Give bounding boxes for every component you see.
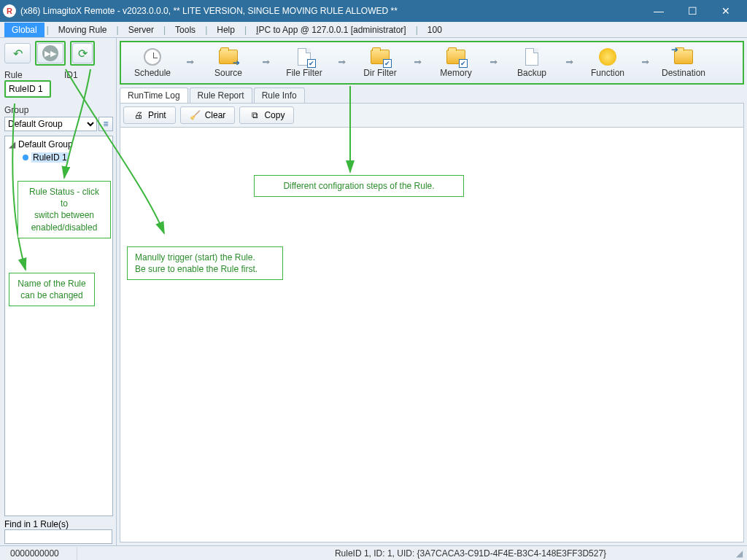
chevron-right-icon: ⮕ (484, 58, 503, 68)
step-function-label: Function (591, 68, 624, 78)
tree-root-node[interactable]: ◢ Default Group (7, 138, 111, 151)
refresh-icon: ⟳ (78, 47, 88, 61)
step-schedule[interactable]: Schedule (124, 44, 181, 82)
chevron-right-icon: ⮕ (636, 58, 655, 68)
step-dir-filter[interactable]: ✔ Dir Filter (352, 44, 409, 82)
chevron-right-icon: ⮕ (409, 58, 427, 68)
find-input[interactable] (4, 529, 112, 544)
resize-grip-icon[interactable]: ◢ (732, 548, 743, 559)
clear-label: Clear (205, 110, 226, 120)
step-function[interactable]: Function (579, 44, 636, 82)
check-icon: ✔ (307, 59, 316, 68)
annotation-status: Rule Status - click toswitch betweenenab… (18, 181, 111, 238)
print-button[interactable]: 🖨 Print (123, 106, 176, 124)
group-edit-button[interactable]: ≡ (98, 117, 113, 131)
status-counter: 0000000000 (4, 547, 77, 560)
step-destination[interactable]: ➔ Destination (655, 44, 712, 82)
step-backup-label: Backup (517, 68, 546, 78)
step-memory[interactable]: ✔ Memory (427, 44, 484, 82)
group-select[interactable]: Default Group (4, 117, 97, 131)
undo-arrow-icon: ↶ (13, 47, 23, 61)
menu-ipc-info[interactable]: IPC to App @ 127.0.0.1 [administrator] (249, 23, 414, 36)
minimize-button[interactable]: ― (642, 0, 676, 22)
menu-bar: Global | Moving Rule | Server | Tools | … (0, 22, 747, 38)
app-icon: R (3, 4, 16, 18)
check-icon: ✔ (459, 59, 468, 68)
copy-button[interactable]: ⧉ Copy (239, 106, 294, 124)
rule-id-label: ID1 (64, 70, 78, 80)
menu-help[interactable]: Help (209, 23, 242, 37)
copy-icon: ⧉ (249, 109, 260, 121)
tree-child-label: RuleID 1 (31, 152, 69, 163)
right-pane: Schedule ⮕ ➔ Source ⮕ ✔ File Filter ⮕ ✔ … (117, 38, 747, 545)
clear-icon: 🧹 (190, 109, 201, 121)
chevron-right-icon: ⮕ (181, 58, 200, 68)
status-spacer1 (77, 547, 209, 560)
step-memory-label: Memory (440, 68, 471, 78)
printer-icon: 🖨 (133, 109, 144, 121)
chevron-right-icon: ⮕ (560, 58, 579, 68)
chevron-right-icon: ⮕ (333, 58, 352, 68)
step-backup[interactable]: Backup (503, 44, 560, 82)
title-bar: R (x86) LimagitoX Remote - v2023.0.0.0, … (0, 0, 747, 22)
step-schedule-label: Schedule (134, 68, 171, 78)
check-icon: ✔ (383, 59, 392, 68)
menu-tools[interactable]: Tools (168, 23, 203, 37)
clock-icon (144, 48, 161, 66)
status-bar: 0000000000 RuleID 1, ID: 1, UID: {3A7CAC… (0, 545, 747, 560)
clear-button[interactable]: 🧹 Clear (180, 106, 236, 124)
log-toolbar: 🖨 Print 🧹 Clear ⧉ Copy (120, 103, 744, 128)
tab-rule-info[interactable]: Rule Info (254, 88, 305, 103)
step-dir-filter-label: Dir Filter (363, 68, 396, 78)
step-file-filter[interactable]: ✔ File Filter (276, 44, 333, 82)
tab-runtime-log[interactable]: RunTime Log (120, 88, 188, 103)
menu-global[interactable]: Global (4, 23, 44, 37)
tab-rule-report[interactable]: Rule Report (190, 88, 252, 103)
maximize-button[interactable]: ☐ (676, 0, 709, 22)
tree-root-label: Default Group (18, 139, 73, 149)
annotation-name: Name of the Rulecan be changed (9, 273, 95, 306)
step-source-label: Source (214, 68, 242, 78)
print-label: Print (148, 110, 166, 120)
rule-nav-prev-button[interactable]: ↶ (4, 43, 31, 63)
step-source[interactable]: ➔ Source (200, 44, 257, 82)
rule-trigger-highlight: ▶▶ (35, 41, 66, 66)
status-rule-info: RuleID 1, ID: 1, UID: {3A7CACA3-C91D-4F4… (209, 548, 732, 559)
find-label: Find in 1 Rule(s) (4, 519, 113, 529)
menu-count: 100 (420, 23, 449, 36)
rule-dot-icon (23, 155, 28, 160)
tree-collapse-icon[interactable]: ◢ (8, 139, 15, 149)
group-label: Group (4, 105, 113, 115)
menu-server[interactable]: Server (121, 23, 161, 37)
window-title: (x86) LimagitoX Remote - v2023.0.0.0, **… (20, 6, 398, 16)
rule-status-highlight: ⟳ (70, 41, 95, 66)
config-steps-strip: Schedule ⮕ ➔ Source ⮕ ✔ File Filter ⮕ ✔ … (120, 41, 744, 85)
main-area: ↶ ▶▶ ⟳ Rule ID1 Group Default Group (0, 38, 747, 545)
log-tabs: RunTime Log Rule Report Rule Info (120, 88, 744, 103)
menu-moving-rule[interactable]: Moving Rule (51, 23, 115, 37)
rule-name-input[interactable] (7, 82, 49, 96)
copy-label: Copy (264, 110, 285, 120)
step-destination-label: Destination (662, 68, 705, 78)
step-file-filter-label: File Filter (286, 68, 322, 78)
annotation-trigger: Manully trigger (start) the Rule.Be sure… (127, 246, 283, 280)
rule-label: Rule (4, 70, 64, 80)
play-icon: ▶▶ (42, 45, 58, 61)
tree-child-node[interactable]: RuleID 1 (7, 151, 111, 164)
rule-status-button[interactable]: ⟳ (72, 43, 93, 63)
close-button[interactable]: ✕ (709, 0, 743, 22)
rule-name-highlight (4, 80, 51, 98)
annotation-config-steps: Different configration steps of the Rule… (254, 175, 464, 197)
chevron-right-icon: ⮕ (257, 58, 276, 68)
rule-trigger-button[interactable]: ▶▶ (37, 43, 63, 63)
gear-icon (599, 48, 616, 66)
list-icon: ≡ (104, 119, 109, 129)
document-icon (525, 48, 538, 66)
